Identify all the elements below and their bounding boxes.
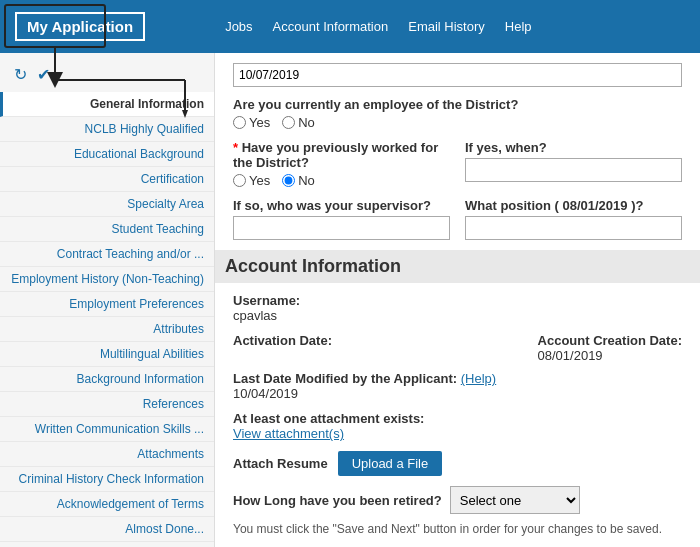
prev-worked-no-label[interactable]: No xyxy=(282,173,315,188)
sidebar-item-attributes[interactable]: Attributes xyxy=(0,317,214,342)
supervisor-label: If so, who was your supervisor? xyxy=(233,198,450,213)
prev-worked-question-text: Have you previously worked for the Distr… xyxy=(233,140,438,170)
supervisor-col: If so, who was your supervisor? xyxy=(233,198,450,240)
supervisor-input[interactable] xyxy=(233,216,450,240)
dates-row: Activation Date: Account Creation Date: … xyxy=(233,333,682,363)
if-yes-when-label: If yes, when? xyxy=(465,140,682,155)
employee-yes-label[interactable]: Yes xyxy=(233,115,270,130)
prev-worked-yes-radio[interactable] xyxy=(233,174,246,187)
prev-worked-no-text: No xyxy=(298,173,315,188)
sidebar-item-references[interactable]: References xyxy=(0,392,214,417)
employee-question-row: Are you currently an employee of the Dis… xyxy=(233,97,682,130)
prev-worked-yes-label[interactable]: Yes xyxy=(233,173,270,188)
account-info-title: Account Information xyxy=(215,250,700,283)
nav-email-history[interactable]: Email History xyxy=(408,19,485,34)
sidebar-item-criminal-history[interactable]: Criminal History Check Information xyxy=(0,467,214,492)
employee-no-radio[interactable] xyxy=(282,116,295,129)
position-col: What position ( 08/01/2019 )? xyxy=(465,198,682,240)
retired-row: How Long have you been retired? Select o… xyxy=(233,486,682,514)
nav-jobs[interactable]: Jobs xyxy=(225,19,252,34)
username-label: Username: xyxy=(233,293,300,308)
save-note: You must click the "Save and Next" butto… xyxy=(233,522,682,536)
account-creation-label: Account Creation Date: xyxy=(538,333,682,348)
sidebar-item-student-teaching[interactable]: Student Teaching xyxy=(0,217,214,242)
retired-label: How Long have you been retired? xyxy=(233,493,442,508)
brand-button[interactable]: My Application xyxy=(15,12,145,41)
header: My Application Jobs Account Information … xyxy=(0,0,700,53)
last-modified-row: Last Date Modified by the Applicant: (He… xyxy=(233,371,682,401)
sidebar-item-general-information[interactable]: General Information xyxy=(0,92,214,117)
nav-account-information[interactable]: Account Information xyxy=(273,19,389,34)
page-layout: ↻ ✔ General Information NCLB Highly Qual… xyxy=(0,53,700,547)
username-row: Username: cpavlas xyxy=(233,293,682,323)
attachment-row: At least one attachment exists: View att… xyxy=(233,411,682,441)
account-creation-col: Account Creation Date: 08/01/2019 xyxy=(538,333,682,363)
employee-no-label[interactable]: No xyxy=(282,115,315,130)
retired-select[interactable]: Select one xyxy=(450,486,580,514)
sidebar-item-preview[interactable]: Preview xyxy=(0,542,214,547)
sidebar-item-employment-preferences[interactable]: Employment Preferences xyxy=(0,292,214,317)
last-modified-label: Last Date Modified by the Applicant: xyxy=(233,371,457,386)
prev-worked-radio-group: Yes No xyxy=(233,173,450,188)
refresh-icon[interactable]: ↻ xyxy=(14,65,27,84)
date-input[interactable] xyxy=(233,63,682,87)
attachment-label: At least one attachment exists: xyxy=(233,411,682,426)
if-yes-when-input[interactable] xyxy=(465,158,682,182)
sidebar-item-attachments[interactable]: Attachments xyxy=(0,442,214,467)
activation-date-col: Activation Date: xyxy=(233,333,332,363)
last-modified-value: 10/04/2019 xyxy=(233,386,682,401)
sidebar-item-acknowledgement[interactable]: Acknowledgement of Terms xyxy=(0,492,214,517)
prev-worked-yes-text: Yes xyxy=(249,173,270,188)
supervisor-row: If so, who was your supervisor? What pos… xyxy=(233,198,682,240)
attach-resume-row: Attach Resume Upload a File xyxy=(233,451,682,476)
prev-worked-col: * Have you previously worked for the Dis… xyxy=(233,140,450,188)
if-yes-when-col: If yes, when? xyxy=(465,140,682,188)
employee-yes-text: Yes xyxy=(249,115,270,130)
employee-radio-group: Yes No xyxy=(233,115,682,130)
sidebar-item-background[interactable]: Background Information xyxy=(0,367,214,392)
sidebar-icons-row: ↻ ✔ xyxy=(0,61,214,92)
main-content: Are you currently an employee of the Dis… xyxy=(215,53,700,547)
account-creation-value: 08/01/2019 xyxy=(538,348,682,363)
sidebar: ↻ ✔ General Information NCLB Highly Qual… xyxy=(0,53,215,547)
sidebar-item-written-comm[interactable]: Written Communication Skills ... xyxy=(0,417,214,442)
nav-help[interactable]: Help xyxy=(505,19,532,34)
position-label: What position ( 08/01/2019 )? xyxy=(465,198,682,213)
sidebar-item-certification[interactable]: Certification xyxy=(0,167,214,192)
required-star: * xyxy=(233,140,238,155)
date-row xyxy=(233,63,682,87)
username-value: cpavlas xyxy=(233,308,682,323)
prev-worked-row: * Have you previously worked for the Dis… xyxy=(233,140,682,188)
main-nav: Jobs Account Information Email History H… xyxy=(225,19,531,34)
employee-yes-radio[interactable] xyxy=(233,116,246,129)
check-icon[interactable]: ✔ xyxy=(37,65,50,84)
sidebar-item-specialty-area[interactable]: Specialty Area xyxy=(0,192,214,217)
upload-file-button[interactable]: Upload a File xyxy=(338,451,443,476)
sidebar-item-contract-teaching[interactable]: Contract Teaching and/or ... xyxy=(0,242,214,267)
position-input[interactable] xyxy=(465,216,682,240)
sidebar-item-multilingual[interactable]: Multilingual Abilities xyxy=(0,342,214,367)
sidebar-item-almost-done[interactable]: Almost Done... xyxy=(0,517,214,542)
activation-date-label: Activation Date: xyxy=(233,333,332,348)
help-link[interactable]: (Help) xyxy=(461,371,496,386)
prev-worked-no-radio[interactable] xyxy=(282,174,295,187)
sidebar-item-nclb[interactable]: NCLB Highly Qualified xyxy=(0,117,214,142)
employee-no-text: No xyxy=(298,115,315,130)
employee-question-label: Are you currently an employee of the Dis… xyxy=(233,97,682,112)
view-attachment-link[interactable]: View attachment(s) xyxy=(233,426,682,441)
sidebar-item-educational-background[interactable]: Educational Background xyxy=(0,142,214,167)
sidebar-item-employment-history[interactable]: Employment History (Non-Teaching) xyxy=(0,267,214,292)
attach-resume-label: Attach Resume xyxy=(233,456,328,471)
prev-worked-label: * Have you previously worked for the Dis… xyxy=(233,140,450,170)
